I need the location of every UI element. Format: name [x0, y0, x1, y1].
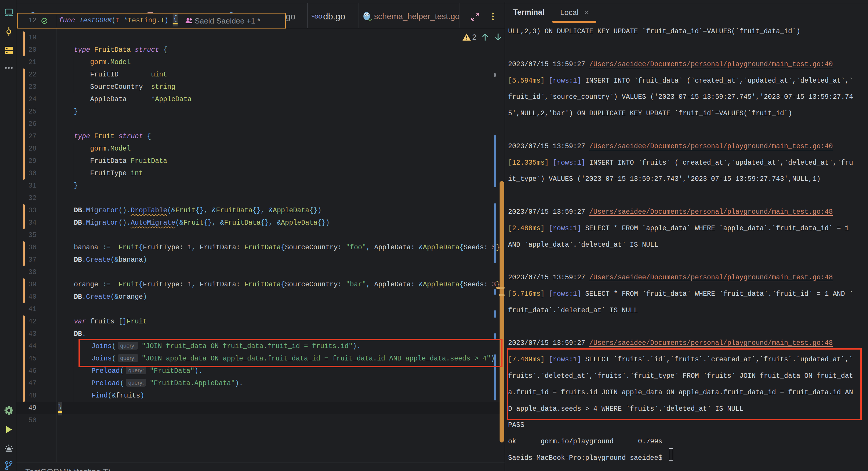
svg-text:<>: <>	[368, 18, 372, 22]
svg-text:GO: GO	[314, 14, 322, 20]
svg-text:2: 2	[472, 33, 476, 41]
